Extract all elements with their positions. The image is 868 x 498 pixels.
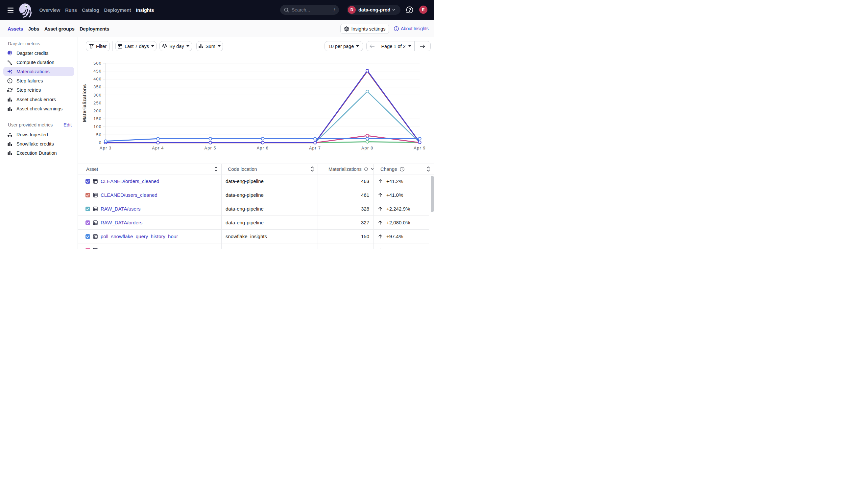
svg-text:Materializations: Materializations	[81, 84, 87, 122]
svg-text:150: 150	[93, 117, 102, 121]
svg-text:250: 250	[93, 101, 102, 105]
svg-text:50: 50	[96, 133, 102, 137]
svg-text:0: 0	[99, 141, 102, 145]
svg-text:Apr 9: Apr 9	[413, 146, 425, 150]
svg-text:100: 100	[93, 124, 102, 129]
svg-text:Apr 5: Apr 5	[204, 146, 216, 150]
svg-text:300: 300	[93, 93, 102, 97]
svg-text:Apr 8: Apr 8	[361, 146, 373, 150]
svg-text:350: 350	[93, 85, 102, 89]
svg-text:Apr 4: Apr 4	[152, 146, 164, 150]
svg-text:Apr 6: Apr 6	[257, 146, 269, 150]
svg-text:450: 450	[93, 69, 102, 74]
svg-text:400: 400	[93, 77, 102, 81]
svg-text:Apr 3: Apr 3	[100, 146, 112, 150]
svg-text:200: 200	[93, 109, 102, 113]
svg-text:500: 500	[93, 61, 102, 66]
svg-text:Apr 7: Apr 7	[309, 146, 321, 150]
